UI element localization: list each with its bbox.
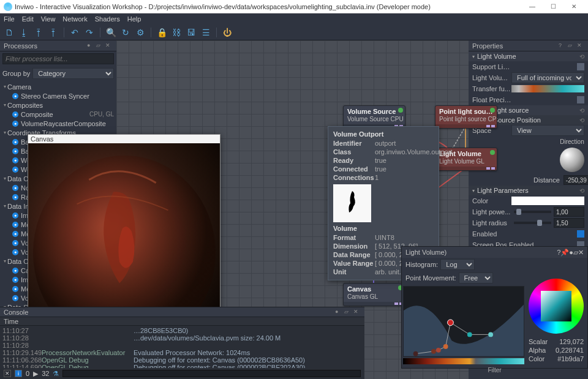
minimize-button[interactable]: —	[522, 0, 543, 13]
processors-header: Processors ● ▱ ✕	[0, 40, 116, 51]
section-light-parameters[interactable]: Light Parameters	[477, 187, 529, 194]
tf-pm-label: Point Movement:	[405, 274, 456, 282]
processor-filter-input[interactable]	[2, 53, 114, 64]
panel-close-icon[interactable]: ✕	[577, 42, 584, 50]
status-info-icon[interactable]: i	[15, 370, 22, 377]
status-input[interactable]	[62, 370, 361, 377]
node-cv[interactable]: CanvasCanvas GL	[343, 283, 405, 306]
console-time-col: Time	[4, 318, 18, 325]
status-filter-icon[interactable]: ⚗	[53, 370, 59, 378]
space-select[interactable]: View	[511, 125, 584, 136]
tf-alpha-label: Alpha	[529, 347, 546, 354]
statusbar: ✕ i 0 ▶ 32 ⚗	[0, 368, 364, 379]
status-fps: 0	[26, 370, 29, 377]
checkbox-enabled[interactable]	[577, 230, 584, 238]
node-pls[interactable]: Point light sourcePoint light source CPU	[435, 105, 497, 129]
svg-point-5	[467, 332, 472, 337]
prop-direction: Direction	[560, 138, 584, 145]
lock-icon[interactable]: 🔒	[156, 27, 167, 38]
group-by-label: Group by	[2, 70, 30, 77]
menu-help[interactable]: Help	[127, 15, 141, 23]
light-radius-input[interactable]	[554, 218, 584, 228]
tf-pin-icon[interactable]: 📌	[560, 249, 569, 257]
tf-pm-select[interactable]: Free	[459, 272, 493, 283]
link-icon[interactable]: ⛓	[171, 27, 182, 38]
tf-color-label: Color	[529, 355, 545, 362]
status-close-icon[interactable]: ✕	[4, 370, 11, 377]
menu-file[interactable]: File	[4, 15, 15, 23]
refresh-icon[interactable]: ↻	[120, 27, 131, 38]
checkbox-support-light-color[interactable]	[577, 63, 584, 70]
section-light-volume[interactable]: Light Volume	[477, 53, 516, 60]
menu-edit[interactable]: Edit	[22, 15, 34, 23]
tooltip-title: Volume Outport	[333, 130, 434, 138]
distance-input[interactable]	[564, 175, 588, 185]
color-swatch[interactable]	[511, 197, 584, 205]
open-file-icon[interactable]: ⭳	[18, 27, 29, 38]
tree-category[interactable]: ▾Composites	[0, 100, 116, 110]
tf-scalar-label: Scalar	[529, 338, 548, 345]
panel-float-icon[interactable]: ▱	[568, 42, 575, 50]
panel-close-icon[interactable]: ✕	[105, 42, 113, 50]
panel-float-icon[interactable]: ▱	[96, 42, 104, 50]
menu-view[interactable]: View	[41, 15, 56, 23]
tf-filter-label: Filter	[402, 366, 587, 375]
svg-point-6	[488, 332, 493, 337]
checkbox-float-precision[interactable]	[577, 96, 584, 103]
save-as-icon[interactable]: ⭱	[48, 27, 59, 38]
console-title: Console	[4, 309, 28, 316]
node-vs[interactable]: Volume SourceVolume Source CPU	[343, 105, 405, 129]
transfer-fn-gradient[interactable]	[511, 85, 584, 92]
transfer-function-panel: Light Volume) ? 📌 ● ▱ ✕ Histogram:Log Po…	[401, 246, 588, 369]
canvas-window-title: Canvas	[31, 135, 53, 143]
tf-color-value: #1b9da7	[557, 355, 584, 362]
close-button[interactable]: ✕	[564, 0, 584, 13]
panel-help-icon[interactable]: ?	[559, 42, 566, 50]
titlebar: Inviwo - Interactive Visualization Works…	[0, 0, 588, 13]
settings-icon[interactable]: ⚙	[135, 27, 146, 38]
preview-thumbnail	[333, 184, 371, 222]
undo-icon[interactable]: ↶	[69, 27, 80, 38]
tf-plot[interactable]	[403, 286, 524, 357]
light-radius-slider[interactable]	[514, 222, 551, 224]
tf-panel-title: Light Volume)	[405, 249, 447, 256]
menubar: File Edit View Network Shaders Help	[0, 13, 588, 24]
tree-processor[interactable]: ●VolumeRaycasterComposite	[0, 119, 116, 128]
maximize-button[interactable]: ☐	[543, 0, 564, 13]
tf-gradient-bar[interactable]	[403, 358, 524, 364]
tf-histogram-select[interactable]: Log	[440, 259, 475, 270]
prop-enabled: Enabled	[472, 230, 511, 238]
new-file-icon[interactable]: 🗋	[4, 27, 15, 38]
light-volu-select[interactable]: Full of incoming volume	[511, 72, 584, 83]
status-count: 32	[42, 370, 49, 377]
tree-category[interactable]: ▾Camera	[0, 82, 116, 91]
svg-point-0	[413, 351, 418, 356]
menu-shaders[interactable]: Shaders	[95, 15, 120, 23]
save-file-icon[interactable]: ⭱	[33, 27, 44, 38]
list-icon[interactable]: ☰	[200, 27, 211, 38]
tf-float-icon[interactable]: ▱	[573, 249, 578, 257]
tree-processor[interactable]: ●CompositeCPU, GL	[0, 110, 116, 119]
window-title: Inviwo - Interactive Visualization Works…	[15, 3, 522, 10]
toolbar: 🗋 ⭳ ⭱ ⭱ ↶ ↷ 🔍 ↻ ⚙ 🔒 ⛓ 🖫 ☰ ⏻	[0, 24, 588, 40]
tf-dot-icon[interactable]: ●	[569, 249, 573, 256]
light-power-slider[interactable]	[514, 211, 551, 213]
direction-sphere[interactable]	[560, 148, 584, 172]
power-icon[interactable]: ⏻	[222, 27, 233, 38]
status-play-icon[interactable]: ▶	[33, 370, 38, 378]
tf-alpha-value: 0,228741	[556, 347, 584, 354]
console-panel: Console●▱✕ Time 11:10:27…28CB8E53CB0)11:…	[0, 307, 364, 379]
svg-point-3	[443, 344, 448, 349]
save-state-icon[interactable]: 🖫	[186, 27, 197, 38]
tree-processor[interactable]: ●Stereo Camera Syncer	[0, 91, 116, 100]
svg-point-4	[448, 320, 454, 326]
color-wheel[interactable]	[529, 279, 584, 334]
redo-icon[interactable]: ↷	[84, 27, 95, 38]
group-by-select[interactable]: Category	[32, 68, 114, 79]
menu-network[interactable]: Network	[62, 15, 87, 23]
panel-dot-icon[interactable]: ●	[87, 42, 94, 50]
light-power-input[interactable]	[554, 207, 584, 217]
tf-close-icon[interactable]: ✕	[578, 249, 584, 257]
tooltip-volume-title: Volume	[333, 225, 434, 232]
search-icon[interactable]: 🔍	[105, 27, 116, 38]
